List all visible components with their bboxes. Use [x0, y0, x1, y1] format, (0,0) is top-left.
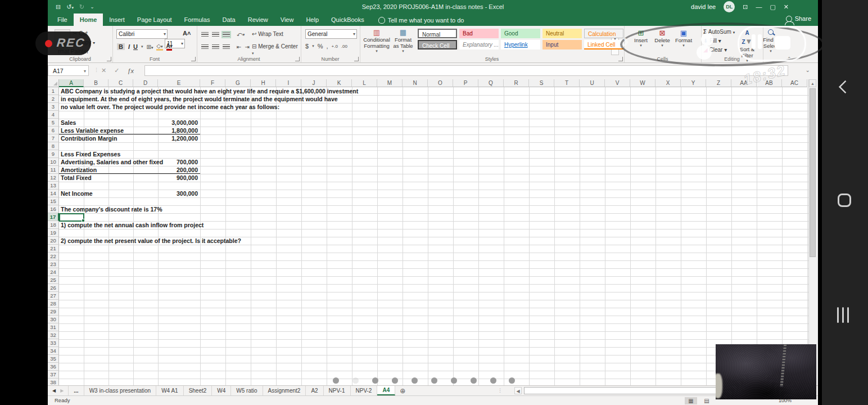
row-header-1[interactable]: 1	[48, 87, 59, 95]
fill-color-icon[interactable]: ◇▾	[156, 43, 162, 51]
formula-bar-expand-icon[interactable]: ⌄	[806, 67, 810, 73]
row-header-38[interactable]: 38	[48, 379, 59, 385]
cell-A7[interactable]: Contribution Margin	[59, 134, 117, 142]
close-button[interactable]: ✕	[784, 3, 789, 11]
normal-view-icon[interactable]: ▦	[685, 397, 697, 404]
column-header-P[interactable]: P	[453, 79, 478, 87]
column-header-U[interactable]: U	[580, 79, 605, 87]
row-header-12[interactable]: 12	[48, 174, 59, 182]
recent-apps-icon[interactable]	[837, 307, 849, 323]
comma-icon[interactable]: ,	[326, 43, 328, 50]
cell-E7[interactable]: 1,200,000	[158, 134, 198, 142]
align-center-icon[interactable]	[212, 44, 219, 50]
sheet-tab-sheet2[interactable]: Sheet2	[184, 386, 213, 395]
row-header-5[interactable]: 5	[48, 119, 59, 127]
cancel-icon[interactable]: ✕	[101, 67, 106, 74]
stop-record-icon[interactable]	[775, 36, 790, 50]
row-header-10[interactable]: 10	[48, 158, 59, 166]
row-header-37[interactable]: 37	[48, 371, 59, 379]
pause-icon[interactable]	[752, 34, 756, 49]
cell-style-hyperlink[interactable]: Hyperlink	[501, 40, 540, 50]
increase-decimal-icon[interactable]: +.0	[331, 44, 337, 49]
recorder-arrow-icon[interactable]: ›	[622, 29, 629, 53]
tabbar-splitter[interactable]: ⋮	[498, 388, 503, 393]
ribbon-tab-view[interactable]: View	[274, 14, 300, 26]
tell-me-box[interactable]: Tell me what you want to do	[378, 17, 464, 26]
row-header-36[interactable]: 36	[48, 363, 59, 371]
row-header-28[interactable]: 28	[48, 300, 59, 308]
ribbon-tab-file[interactable]: File	[51, 14, 74, 26]
format-as-table-button[interactable]: ▦ Format as Table▾	[391, 28, 415, 53]
cell-style-calculation[interactable]: Calculation	[584, 29, 623, 38]
row-header-21[interactable]: 21	[48, 245, 59, 253]
column-header-A[interactable]: A	[59, 79, 84, 87]
column-header-E[interactable]: E	[158, 79, 200, 87]
cell-E11[interactable]: 200,000	[158, 166, 198, 174]
cell-A20[interactable]: 2) compute the net present value of the …	[59, 237, 241, 245]
row-header-19[interactable]: 19	[48, 229, 59, 237]
row-header-3[interactable]: 3	[48, 103, 59, 111]
row-header-8[interactable]: 8	[48, 142, 59, 150]
row-header-31[interactable]: 31	[48, 323, 59, 331]
row-header-24[interactable]: 24	[48, 268, 59, 276]
row-header-29[interactable]: 29	[48, 308, 59, 316]
minimize-button[interactable]: —	[756, 3, 762, 10]
page-layout-view-icon[interactable]: ▤	[700, 397, 713, 404]
cell-A5[interactable]: Sales	[59, 119, 76, 127]
worksheet-grid[interactable]: ABCDEFGHIJKLMNOPQRSTUVWXYZAAABAC12345678…	[48, 79, 818, 385]
column-header-G[interactable]: G	[225, 79, 251, 87]
sheet-overflow-tab[interactable]: ...	[68, 386, 84, 395]
row-header-22[interactable]: 22	[48, 253, 59, 260]
cell-E5[interactable]: 3,000,000	[158, 119, 198, 127]
avatar[interactable]: DL	[724, 1, 735, 12]
ribbon-tab-formulas[interactable]: Formulas	[178, 14, 216, 26]
column-header-J[interactable]: J	[301, 79, 327, 87]
row-header-13[interactable]: 13	[48, 182, 59, 190]
recorder-handle-icon[interactable]	[701, 33, 713, 46]
hscroll-left-icon[interactable]: ◀	[514, 387, 522, 394]
bold-button[interactable]: B	[117, 43, 125, 50]
percent-icon[interactable]: %	[318, 43, 323, 50]
ribbon-tab-quickbooks[interactable]: QuickBooks	[325, 14, 370, 26]
sheet-tab-w3-in-class-presentation[interactable]: W3 in-class presentation	[84, 386, 157, 395]
select-all-corner[interactable]	[48, 79, 59, 87]
alignment-dialog-launcher[interactable]	[295, 57, 300, 61]
row-header-33[interactable]: 33	[48, 339, 59, 347]
maximize-button[interactable]: ▢	[770, 3, 775, 11]
align-top-icon[interactable]	[201, 32, 209, 37]
cell-E10[interactable]: 700,000	[158, 158, 198, 166]
cell-E14[interactable]: 300,000	[158, 190, 198, 197]
row-header-27[interactable]: 27	[48, 292, 59, 300]
ribbon-display-options-icon[interactable]: ⊡	[743, 3, 748, 11]
row-header-30[interactable]: 30	[48, 316, 59, 323]
cell-A3[interactable]: no value left over. The project would pr…	[59, 103, 279, 111]
row-header-26[interactable]: 26	[48, 284, 59, 292]
font-color-icon[interactable]: A▾	[166, 43, 173, 51]
row-header-2[interactable]: 2	[48, 95, 59, 103]
italic-button[interactable]: I	[128, 43, 130, 50]
share-button[interactable]: Share	[786, 15, 811, 22]
column-header-Y[interactable]: Y	[681, 79, 706, 87]
sheet-tab-w4[interactable]: W4	[212, 386, 231, 395]
row-header-7[interactable]: 7	[48, 134, 59, 142]
row-header-4[interactable]: 4	[48, 111, 59, 119]
column-header-L[interactable]: L	[352, 79, 377, 87]
column-header-K[interactable]: K	[327, 79, 352, 87]
sheet-tab-npv-2[interactable]: NPV-2	[351, 386, 378, 395]
ribbon-tab-insert[interactable]: Insert	[103, 14, 131, 26]
increase-indent-icon[interactable]: ⇥	[245, 44, 249, 50]
cell-style-good[interactable]: Good	[501, 29, 540, 38]
row-header-16[interactable]: 16	[48, 205, 59, 213]
column-header-V[interactable]: V	[605, 79, 630, 87]
recorder-handle2-icon[interactable]	[697, 45, 712, 60]
wrap-text-button[interactable]: ↩ Wrap Text	[252, 31, 283, 37]
cell-style-bad[interactable]: Bad	[459, 29, 499, 38]
ribbon-tab-data[interactable]: Data	[216, 14, 241, 26]
row-header-6[interactable]: 6	[48, 127, 59, 134]
font-family-combo[interactable]: Calibri▾	[116, 29, 168, 39]
column-header-Z[interactable]: Z	[706, 79, 731, 87]
fx-icon[interactable]: ƒx	[127, 68, 134, 74]
cell-style-explanatory-[interactable]: Explanatory ...	[459, 40, 499, 50]
cell-A10[interactable]: Advertising, Salaries and other fixed	[59, 158, 163, 166]
cell-A2[interactable]: in equipment. At the end of eight years,…	[59, 95, 338, 103]
